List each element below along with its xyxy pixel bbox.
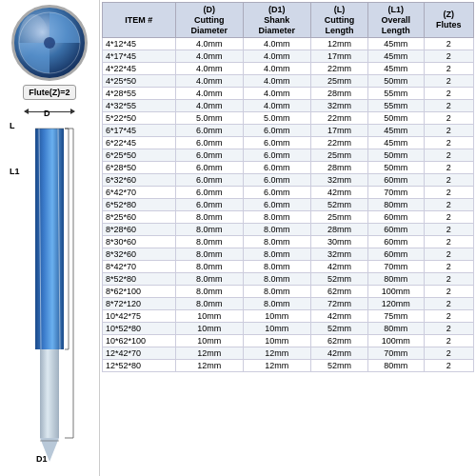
cell-z: 2 — [424, 100, 473, 112]
cell-z: 2 — [424, 236, 473, 248]
cell-l: 17mm — [310, 125, 367, 137]
cell-l: 72mm — [310, 298, 367, 310]
svg-point-0 — [44, 37, 55, 49]
cell-d1: 6.0mm — [243, 125, 310, 137]
svg-rect-2 — [40, 347, 59, 438]
table-row: 6*17*456.0mm6.0mm17mm45mm2 — [103, 125, 474, 137]
cell-l1: 80mm — [368, 360, 425, 372]
table-row: 10*52*8010mm10mm52mm80mm2 — [103, 323, 474, 335]
cell-z: 2 — [424, 112, 473, 125]
cell-l: 22mm — [310, 63, 367, 75]
cell-l: 52mm — [310, 360, 367, 372]
cell-z: 2 — [424, 137, 473, 149]
cell-l: 32mm — [310, 174, 367, 187]
cell-d: 5.0mm — [175, 112, 243, 125]
cell-item: 6*42*70 — [103, 187, 176, 199]
cell-l: 25mm — [310, 211, 367, 224]
cell-l: 42mm — [310, 187, 367, 199]
flute-badge: Flute(Z)=2 — [23, 85, 75, 100]
cell-d1: 5.0mm — [243, 112, 310, 125]
cell-item: 4*32*55 — [103, 100, 176, 112]
cell-z: 2 — [424, 174, 473, 187]
cell-d1: 8.0mm — [243, 224, 310, 236]
cell-l1: 60mm — [368, 248, 425, 261]
table-row: 8*25*608.0mm8.0mm25mm60mm2 — [103, 211, 474, 224]
table-row: 8*32*608.0mm8.0mm32mm60mm2 — [103, 248, 474, 261]
cell-z: 2 — [424, 50, 473, 63]
d-label: D — [44, 109, 50, 118]
table-row: 8*42*708.0mm8.0mm42mm70mm2 — [103, 261, 474, 273]
cell-d: 4.0mm — [175, 88, 243, 100]
cell-d: 10mm — [175, 323, 243, 335]
tool-top-view — [11, 5, 88, 81]
cell-z: 2 — [424, 298, 473, 310]
cell-z: 2 — [424, 149, 473, 162]
cell-d1: 6.0mm — [243, 162, 310, 174]
cell-d: 6.0mm — [175, 125, 243, 137]
table-row: 4*17*454.0mm4.0mm17mm45mm2 — [103, 50, 474, 63]
cell-l: 12mm — [310, 38, 367, 50]
cell-d: 4.0mm — [175, 50, 243, 63]
cell-d: 8.0mm — [175, 211, 243, 224]
cell-item: 12*42*70 — [103, 347, 176, 360]
cell-z: 2 — [424, 248, 473, 261]
cell-d1: 8.0mm — [243, 261, 310, 273]
cell-d1: 12mm — [243, 360, 310, 372]
cell-d: 6.0mm — [175, 187, 243, 199]
cell-item: 10*52*80 — [103, 323, 176, 335]
cell-d1: 8.0mm — [243, 273, 310, 286]
cell-l1: 60mm — [368, 174, 425, 187]
cell-d: 10mm — [175, 335, 243, 347]
cell-d1: 6.0mm — [243, 149, 310, 162]
right-panel: ITEM #(D)CuttingDiameter(D1)ShankDiamete… — [100, 0, 476, 476]
cell-l: 32mm — [310, 100, 367, 112]
col-header-l: (L)CuttingLength — [310, 3, 367, 38]
cell-item: 10*62*100 — [103, 335, 176, 347]
table-row: 10*42*7510mm10mm42mm75mm2 — [103, 310, 474, 323]
cell-l: 22mm — [310, 112, 367, 125]
table-row: 5*22*505.0mm5.0mm22mm50mm2 — [103, 112, 474, 125]
col-header-d: (D)CuttingDiameter — [175, 3, 243, 38]
cell-item: 6*52*80 — [103, 199, 176, 211]
cell-l1: 50mm — [368, 149, 425, 162]
cell-item: 4*28*55 — [103, 88, 176, 100]
col-header-l1: (L1)OverallLength — [368, 3, 425, 38]
col-header-z: (Z)Flutes — [424, 3, 473, 38]
cell-l1: 80mm — [368, 323, 425, 335]
cell-l1: 75mm — [368, 310, 425, 323]
cell-l: 28mm — [310, 224, 367, 236]
cell-l: 52mm — [310, 273, 367, 286]
cell-l: 52mm — [310, 199, 367, 211]
cell-z: 2 — [424, 347, 473, 360]
cell-d1: 4.0mm — [243, 75, 310, 88]
cell-item: 10*42*75 — [103, 310, 176, 323]
cell-d1: 8.0mm — [243, 236, 310, 248]
table-row: 4*22*454.0mm4.0mm22mm45mm2 — [103, 63, 474, 75]
table-row: 4*32*554.0mm4.0mm32mm55mm2 — [103, 100, 474, 112]
cell-l1: 60mm — [368, 224, 425, 236]
cell-z: 2 — [424, 273, 473, 286]
cell-d1: 4.0mm — [243, 38, 310, 50]
cell-d: 10mm — [175, 310, 243, 323]
cell-z: 2 — [424, 75, 473, 88]
table-row: 8*30*608.0mm8.0mm30mm60mm2 — [103, 236, 474, 248]
cell-l1: 70mm — [368, 347, 425, 360]
cell-item: 4*12*45 — [103, 38, 176, 50]
cell-d1: 6.0mm — [243, 137, 310, 149]
cell-d: 8.0mm — [175, 236, 243, 248]
cell-d1: 4.0mm — [243, 88, 310, 100]
table-row: 4*25*504.0mm4.0mm25mm50mm2 — [103, 75, 474, 88]
cell-item: 6*28*50 — [103, 162, 176, 174]
cell-d: 8.0mm — [175, 224, 243, 236]
cell-d1: 4.0mm — [243, 50, 310, 63]
cell-z: 2 — [424, 63, 473, 75]
left-panel: Flute(Z)=2 D — [0, 0, 100, 476]
cell-z: 2 — [424, 224, 473, 236]
cell-l1: 50mm — [368, 162, 425, 174]
cell-l: 25mm — [310, 149, 367, 162]
table-row: 4*28*554.0mm4.0mm28mm55mm2 — [103, 88, 474, 100]
cell-l1: 50mm — [368, 112, 425, 125]
cell-d1: 10mm — [243, 323, 310, 335]
cell-z: 2 — [424, 211, 473, 224]
cell-z: 2 — [424, 38, 473, 50]
